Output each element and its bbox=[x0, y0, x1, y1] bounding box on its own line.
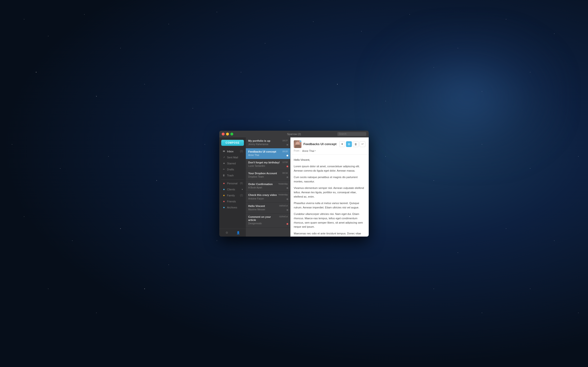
friends-folder-icon: ■ bbox=[222, 200, 225, 203]
sidebar-item-trash[interactable]: 🗑 Trash bbox=[220, 173, 245, 178]
email-detail-header: Feedbacks UI concept ★ ▤ 🗑 ↩ From : Anne… bbox=[290, 137, 369, 155]
email-from-3: Lucie Tantardini bbox=[248, 165, 288, 167]
email-item-5[interactable]: Order Confirmation Yesterday A Book Apar… bbox=[246, 181, 290, 192]
trash-label: Trash bbox=[227, 174, 243, 177]
email-time-1: 18:27 bbox=[282, 139, 288, 142]
email-from-4: Dropbox Team bbox=[248, 175, 288, 178]
email-detail-title-content: Feedbacks UI concept bbox=[294, 140, 339, 148]
archive-button[interactable]: ▤ bbox=[346, 141, 352, 147]
maximize-button[interactable] bbox=[230, 133, 233, 135]
email-item-header-8: Comment on your article 02/04/14 bbox=[248, 215, 288, 222]
read-indicator-5 bbox=[286, 187, 288, 189]
email-time-5: Yesterday bbox=[278, 183, 288, 185]
search-input[interactable] bbox=[337, 132, 366, 136]
avatar-online-indicator bbox=[300, 140, 302, 142]
email-item-4[interactable]: Your Dropbox Account 08:34 Dropbox Team bbox=[246, 170, 290, 181]
sidebar-item-archives[interactable]: ■ Archives bbox=[220, 205, 245, 210]
unread-indicator-2 bbox=[286, 155, 288, 156]
from-name-text: Anne Thai bbox=[302, 150, 314, 152]
minimize-button[interactable] bbox=[226, 133, 229, 135]
sent-label: Sent Mail bbox=[227, 156, 243, 159]
sidebar-item-starred[interactable]: ★ Starred bbox=[220, 160, 245, 166]
email-item-1[interactable]: My portfolio is up 18:27 Jimmy Raheriari… bbox=[246, 137, 290, 148]
email-item-8[interactable]: Comment on your article 02/04/14 Designm… bbox=[246, 213, 290, 227]
sidebar-item-inbox[interactable]: ✉ Inbox (2) bbox=[220, 149, 245, 154]
unread-indicator-3 bbox=[286, 166, 288, 167]
sidebar-item-drafts[interactable]: ✏ Drafts bbox=[220, 167, 245, 172]
sidebar-item-clients[interactable]: ■ Clients ▾ bbox=[220, 186, 245, 192]
body-para-5: Curabitur ullamcorper ultricies nisi. Na… bbox=[294, 212, 365, 229]
email-time-6: Yesterday bbox=[278, 193, 288, 196]
window-controls bbox=[222, 133, 233, 135]
personal-folder-icon: ■ bbox=[222, 182, 225, 185]
email-item-header-7: Hello Vincent 04/04/14 bbox=[248, 205, 288, 208]
compose-button[interactable]: COMPOSE bbox=[221, 140, 244, 146]
email-time-8: 02/04/14 bbox=[279, 215, 288, 218]
archives-label: Archives bbox=[227, 206, 243, 209]
email-subject-2: Feedbacks UI concept bbox=[248, 150, 281, 153]
email-time-4: 08:34 bbox=[282, 172, 288, 174]
clients-chevron-icon: ▾ bbox=[242, 188, 243, 191]
email-item-3[interactable]: Don't forget my birthday! 12:50 Lucie Ta… bbox=[246, 159, 290, 170]
archives-folder-icon: ■ bbox=[222, 206, 225, 209]
email-item-header-3: Don't forget my birthday! 12:50 bbox=[248, 161, 288, 164]
body-para-6: Maecenas nec odio et ante tincidunt temp… bbox=[294, 232, 365, 237]
sidebar-item-friends[interactable]: ■ Friends bbox=[220, 199, 245, 204]
sidebar-item-family[interactable]: ■ Family (2) bbox=[220, 192, 245, 198]
email-item-header-6: Check this crazy video Yesterday bbox=[248, 193, 288, 197]
from-chevron-icon[interactable]: ▾ bbox=[315, 150, 316, 152]
email-subject-6: Check this crazy video bbox=[248, 193, 277, 197]
personal-count: (8) bbox=[240, 182, 243, 184]
read-indicator-7 bbox=[286, 209, 288, 211]
app-body: COMPOSE ✉ Inbox (2) ↗ Sent Mail ★ Starre… bbox=[219, 137, 369, 237]
reply-button[interactable]: ↩ bbox=[360, 141, 365, 147]
email-from-8: Designmodo bbox=[248, 222, 288, 225]
email-detail: Feedbacks UI concept ★ ▤ 🗑 ↩ From : Anne… bbox=[290, 137, 369, 237]
drafts-label: Drafts bbox=[227, 168, 243, 171]
email-detail-from-row: From : Anne Thai ▾ bbox=[294, 150, 365, 152]
email-item-7[interactable]: Hello Vincent 04/04/14 Maxime Messer bbox=[246, 203, 290, 213]
star-button[interactable]: ★ bbox=[339, 141, 345, 147]
clients-folder-icon: ■ bbox=[222, 188, 225, 191]
sidebar-footer: ⚙ 👤 bbox=[219, 229, 246, 237]
read-indicator-4 bbox=[286, 176, 288, 178]
draft-icon: ✏ bbox=[222, 168, 225, 171]
email-list: My portfolio is up 18:27 Jimmy Raheriari… bbox=[246, 137, 290, 237]
sidebar-item-personal[interactable]: ■ Personal (8) bbox=[220, 181, 245, 186]
email-subject-8: Comment on your article bbox=[248, 215, 278, 222]
family-folder-icon: ■ bbox=[222, 194, 225, 197]
email-time-2: 15:22 bbox=[282, 150, 288, 153]
starred-label: Starred bbox=[227, 162, 243, 165]
avatar bbox=[294, 140, 302, 148]
read-indicator-6 bbox=[286, 198, 288, 200]
window-title: Sparrow (2) bbox=[287, 133, 301, 135]
delete-button[interactable]: 🗑 bbox=[353, 141, 359, 147]
email-item-header-4: Your Dropbox Account 08:34 bbox=[248, 172, 288, 175]
email-from-5: A Book Apart bbox=[248, 186, 288, 189]
family-label: Family bbox=[227, 194, 239, 197]
email-subject-7: Hello Vincent bbox=[248, 205, 278, 208]
sidebar-item-sent[interactable]: ↗ Sent Mail bbox=[220, 155, 245, 160]
email-from-1: Jimmy Raheriarioa bbox=[248, 143, 288, 146]
settings-button[interactable]: ⚙ bbox=[225, 230, 229, 235]
profile-button[interactable]: 👤 bbox=[236, 230, 241, 235]
email-item-6[interactable]: Check this crazy video Yesterday Antoine… bbox=[246, 192, 290, 202]
email-detail-subject: Feedbacks UI concept bbox=[303, 142, 337, 146]
email-subject-4: Your Dropbox Account bbox=[248, 172, 281, 175]
email-greeting: Hello Vincent, bbox=[294, 158, 365, 162]
email-item-header-5: Order Confirmation Yesterday bbox=[248, 183, 288, 186]
email-item-header-2: Feedbacks UI concept 15:22 bbox=[248, 150, 288, 153]
sidebar-nav: ✉ Inbox (2) ↗ Sent Mail ★ Starred ✏ Draf… bbox=[219, 148, 246, 229]
personal-label: Personal bbox=[227, 182, 239, 185]
inbox-count: (2) bbox=[240, 150, 243, 153]
email-from-2: Anne Thai bbox=[248, 154, 288, 156]
email-detail-title-row: Feedbacks UI concept ★ ▤ 🗑 ↩ bbox=[294, 140, 365, 148]
friends-label: Friends bbox=[227, 200, 243, 203]
email-subject-5: Order Confirmation bbox=[248, 183, 277, 186]
body-para-4: Phasellus viverra nulla ut metus varius … bbox=[294, 201, 365, 210]
trash-icon: 🗑 bbox=[222, 174, 225, 177]
family-count: (2) bbox=[240, 194, 243, 197]
close-button[interactable] bbox=[222, 133, 225, 135]
email-item-2[interactable]: Feedbacks UI concept 15:22 Anne Thai bbox=[246, 148, 290, 159]
email-time-3: 12:50 bbox=[282, 161, 288, 163]
